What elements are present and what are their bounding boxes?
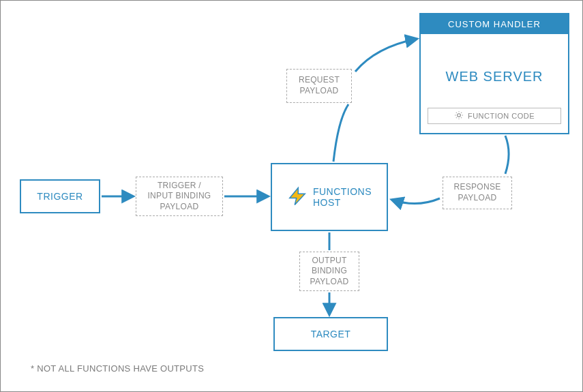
node-trigger-label: TRIGGER: [37, 191, 83, 202]
node-custom-handler: CUSTOM HANDLER WEB SERVER FUNCTION CODE: [419, 13, 569, 134]
lightning-icon: [287, 186, 308, 209]
node-output-payload-label: OUTPUT BINDING PAYLOAD: [310, 256, 348, 288]
function-code-label: FUNCTION CODE: [468, 112, 535, 120]
gear-icon: [454, 110, 464, 121]
node-request-payload: REQUEST PAYLOAD: [286, 69, 352, 103]
node-trigger: TRIGGER: [20, 179, 100, 213]
custom-handler-header: CUSTOM HANDLER: [421, 14, 568, 34]
node-functions-host-label: FUNCTIONS HOST: [313, 186, 372, 208]
node-functions-host: FUNCTIONS HOST: [271, 163, 388, 231]
node-trigger-payload: TRIGGER / INPUT BINDING PAYLOAD: [136, 177, 223, 216]
node-trigger-payload-label: TRIGGER / INPUT BINDING PAYLOAD: [147, 181, 211, 213]
custom-handler-header-label: CUSTOM HANDLER: [448, 19, 541, 29]
node-output-payload: OUTPUT BINDING PAYLOAD: [299, 252, 359, 291]
node-response-payload: RESPONSE PAYLOAD: [443, 177, 512, 209]
node-response-payload-label: RESPONSE PAYLOAD: [453, 182, 500, 203]
node-target-label: TARGET: [311, 329, 351, 340]
svg-marker-0: [290, 187, 305, 205]
web-server-label: WEB SERVER: [446, 69, 543, 85]
footnote: * NOT ALL FUNCTIONS HAVE OUTPUTS: [31, 363, 204, 374]
function-code-box: FUNCTION CODE: [428, 108, 561, 124]
node-target: TARGET: [273, 317, 388, 351]
diagram-canvas: TRIGGER TRIGGER / INPUT BINDING PAYLOAD …: [0, 0, 583, 392]
node-request-payload-label: REQUEST PAYLOAD: [299, 75, 340, 96]
footnote-text: * NOT ALL FUNCTIONS HAVE OUTPUTS: [31, 363, 204, 374]
